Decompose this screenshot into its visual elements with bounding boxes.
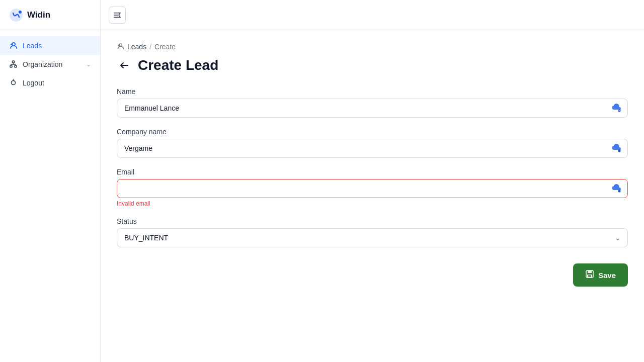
chevron-down-icon: ⌄ — [86, 61, 91, 68]
name-input[interactable] — [117, 99, 628, 118]
sidebar-org-label: Organization — [23, 60, 62, 68]
breadcrumb-leads-icon — [117, 42, 124, 51]
logo-area: Widin — [0, 0, 100, 30]
svg-rect-4 — [13, 61, 15, 63]
app-name: Widin — [27, 10, 50, 20]
main-area: Leads / Create Create Lead Name — [101, 0, 644, 362]
save-button[interactable]: Save — [573, 263, 628, 287]
status-label: Status — [117, 217, 628, 225]
logout-icon — [9, 78, 18, 87]
svg-point-2 — [12, 43, 15, 46]
svg-rect-5 — [15, 65, 17, 67]
svg-rect-17 — [588, 270, 592, 273]
name-field-group: Name ↻ — [117, 87, 628, 118]
sidebar-item-organization[interactable]: Organization ⌄ — [0, 55, 100, 73]
email-input[interactable] — [117, 179, 628, 198]
svg-rect-3 — [10, 65, 12, 67]
sidebar: Widin Leads Or — [0, 0, 101, 362]
name-input-wrapper: ↻ — [117, 99, 628, 118]
company-label: Company name — [117, 128, 628, 136]
widin-logo-icon — [9, 8, 23, 22]
content-area: Leads / Create Create Lead Name — [101, 30, 644, 362]
svg-rect-9 — [114, 15, 118, 16]
email-input-wrapper — [117, 179, 628, 198]
email-field-group: Email Invalid email — [117, 168, 628, 207]
sidebar-item-logout[interactable]: Logout — [0, 73, 100, 92]
back-arrow-icon — [119, 60, 130, 71]
breadcrumb-leads-link[interactable]: Leads — [127, 43, 146, 51]
save-icon — [585, 269, 594, 281]
status-field-group: Status BUY_INTENT NEW CONTACTED QUALIFIE… — [117, 217, 628, 247]
save-button-label: Save — [598, 271, 616, 280]
page-title: Create Lead — [138, 57, 218, 73]
company-input[interactable] — [117, 139, 628, 158]
breadcrumb-separator: / — [149, 43, 151, 51]
status-select-wrapper: BUY_INTENT NEW CONTACTED QUALIFIED LOST … — [117, 228, 628, 247]
sidebar-toggle-icon — [113, 11, 121, 19]
name-label: Name — [117, 87, 628, 96]
form-container: Leads / Create Create Lead Name — [101, 30, 644, 362]
back-button[interactable] — [117, 58, 132, 73]
svg-point-11 — [120, 44, 122, 46]
svg-rect-20 — [588, 276, 591, 277]
topbar — [101, 0, 644, 30]
sidebar-logout-label: Logout — [23, 79, 44, 87]
svg-point-1 — [19, 11, 22, 14]
email-label: Email — [117, 168, 628, 176]
sidebar-nav: Leads Organization ⌄ — [0, 30, 100, 362]
breadcrumb-current: Create — [154, 43, 176, 51]
sidebar-toggle-button[interactable] — [109, 7, 126, 24]
svg-rect-19 — [588, 275, 591, 276]
organization-icon — [9, 60, 18, 68]
company-field-group: Company name — [117, 128, 628, 158]
breadcrumb: Leads / Create — [117, 42, 628, 51]
sidebar-leads-label: Leads — [23, 42, 42, 50]
leads-icon — [9, 41, 18, 50]
form-actions: Save — [117, 263, 628, 287]
sidebar-item-leads[interactable]: Leads — [0, 36, 100, 55]
page-title-row: Create Lead — [117, 57, 628, 73]
company-input-wrapper — [117, 139, 628, 158]
svg-point-6 — [12, 81, 16, 85]
email-error-message: Invalid email — [117, 200, 628, 207]
status-select[interactable]: BUY_INTENT NEW CONTACTED QUALIFIED LOST — [117, 228, 628, 247]
